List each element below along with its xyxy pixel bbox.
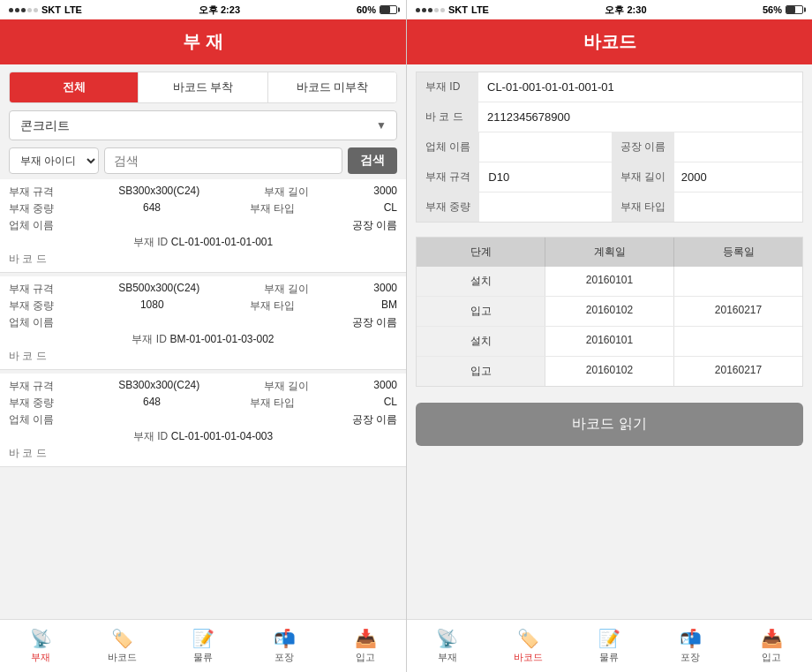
incoming-icon: 📥 — [355, 628, 377, 649]
tab-barcode-attached[interactable]: 바코드 부착 — [139, 72, 267, 102]
stage-cell-0-plan: 20160101 — [545, 267, 674, 296]
part-detail: 부재 ID CL-01-001-01-01-001-01 바 코 드 21123… — [416, 72, 803, 223]
app-title-left: 부 재 — [183, 32, 223, 51]
company-label-3: 업체 이름 — [9, 412, 54, 427]
id-label-2: 부재 ID — [132, 333, 166, 345]
id-value-detail: CL-01-001-01-01-001-01 — [478, 72, 802, 102]
carrier-right: SKT — [448, 4, 468, 15]
search-type-select[interactable]: 부재 아이디 — [9, 147, 99, 174]
barcode-icon: 🏷️ — [111, 628, 133, 649]
stage-col-reg: 등록일 — [674, 238, 802, 267]
stage-row-2: 설치 20160101 — [417, 327, 802, 357]
company-label-2: 업체 이름 — [9, 315, 54, 330]
status-right-left: 60% — [357, 4, 397, 15]
nav-incoming-right[interactable]: 📥 입고 — [731, 620, 812, 672]
barcode-label-3: 바 코 드 — [9, 447, 47, 459]
battery-icon-right — [786, 5, 803, 14]
category-dropdown[interactable]: 콘크리트 — [9, 110, 397, 140]
detail-company-row: 업체 이름 공장 이름 — [417, 132, 802, 162]
tab-all[interactable]: 전체 — [10, 72, 139, 102]
nav-packing-label: 포장 — [274, 651, 294, 664]
length-value-2: 3000 — [373, 282, 397, 297]
nav-packing[interactable]: 📬 포장 — [244, 620, 325, 672]
parts-icon-right: 📡 — [436, 628, 458, 649]
stage-cell-3-plan: 20160102 — [545, 357, 674, 386]
signal-icon-right — [416, 8, 445, 12]
nav-logistics-label-right: 물류 — [599, 651, 619, 664]
search-button[interactable]: 검색 — [348, 147, 397, 174]
type-label-3: 부재 타입 — [250, 396, 295, 411]
barcode-label-1: 바 코 드 — [9, 253, 47, 265]
weight-value-3: 648 — [143, 396, 161, 411]
nav-barcode-label-right: 바코드 — [514, 651, 543, 664]
detail-barcode-row: 바 코 드 2112345678900 — [417, 102, 802, 132]
spec-label-1: 부재 규격 — [9, 185, 54, 200]
type-label-detail: 부재 타입 — [612, 193, 674, 222]
detail-weight-row: 부재 중량 부재 타입 — [417, 193, 802, 222]
list-item[interactable]: 부재 규격 SB300x300(C24) 부재 길이 3000 부재 중량 64… — [0, 179, 406, 273]
barcode-label-detail: 바 코 드 — [417, 102, 478, 132]
weight-label-3: 부재 중량 — [9, 396, 54, 411]
incoming-icon-right: 📥 — [761, 628, 783, 649]
parts-icon: 📡 — [30, 628, 52, 649]
barcode-value-detail: 2112345678900 — [478, 102, 802, 132]
list-item[interactable]: 부재 규격 SB300x300(C24) 부재 길이 3000 부재 중량 64… — [0, 374, 406, 467]
weight-label-detail: 부재 중량 — [417, 193, 479, 222]
company-value-detail — [479, 132, 611, 162]
factory-value-detail — [674, 132, 802, 162]
type-label-1: 부재 타입 — [250, 201, 295, 216]
battery-icon-left — [380, 5, 397, 14]
spec-value-1: SB300x300(C24) — [118, 185, 199, 200]
nav-parts-right[interactable]: 📡 부재 — [407, 620, 488, 672]
status-left: SKT LTE — [9, 4, 82, 15]
list-item[interactable]: 부재 규격 SB500x300(C24) 부재 길이 3000 부재 중량 10… — [0, 276, 406, 370]
nav-packing-label-right: 포장 — [680, 651, 700, 664]
app-title-right: 바코드 — [583, 32, 636, 51]
id-label-1: 부재 ID — [133, 236, 168, 248]
network-right: LTE — [471, 4, 489, 15]
factory-label-3: 공장 이름 — [352, 412, 397, 427]
status-bar-right: SKT LTE 오후 2:30 56% — [407, 0, 812, 19]
company-label-1: 업체 이름 — [9, 218, 54, 233]
factory-label-2: 공장 이름 — [352, 315, 397, 330]
stage-row-3: 입고 20160102 20160217 — [417, 357, 802, 386]
stage-cell-0-stage: 설치 — [417, 267, 545, 296]
nav-logistics-label: 물류 — [193, 651, 213, 664]
length-label-detail: 부재 길이 — [612, 162, 674, 192]
battery-pct-right: 56% — [763, 4, 782, 15]
nav-parts-label-right: 부재 — [438, 651, 457, 664]
nav-barcode[interactable]: 🏷️ 바코드 — [81, 620, 162, 672]
type-value-1: CL — [384, 201, 397, 216]
barcode-read-button[interactable]: 바코드 읽기 — [416, 403, 803, 446]
bottom-nav-left: 📡 부재 🏷️ 바코드 📝 물류 📬 포장 📥 입고 — [0, 619, 406, 672]
nav-logistics-right[interactable]: 📝 물류 — [569, 620, 650, 672]
logistics-icon: 📝 — [192, 628, 214, 649]
search-input[interactable] — [104, 147, 342, 174]
barcode-label-2: 바 코 드 — [9, 350, 47, 362]
packing-icon: 📬 — [274, 628, 296, 649]
stage-cell-3-stage: 입고 — [417, 357, 545, 386]
nav-incoming[interactable]: 📥 입고 — [325, 620, 406, 672]
nav-barcode-right[interactable]: 🏷️ 바코드 — [488, 620, 569, 672]
nav-parts-label: 부재 — [31, 651, 50, 664]
logistics-icon-right: 📝 — [598, 628, 620, 649]
nav-logistics[interactable]: 📝 물류 — [162, 620, 244, 672]
tab-barcode-not-attached[interactable]: 바코드 미부착 — [268, 72, 396, 102]
right-phone: SKT LTE 오후 2:30 56% 바코드 부재 ID CL-01-001-… — [406, 0, 812, 672]
length-label-3: 부재 길이 — [264, 379, 309, 394]
status-bar-left: SKT LTE 오후 2:23 60% — [0, 0, 406, 19]
app-header-left: 부 재 — [0, 19, 406, 64]
length-label-2: 부재 길이 — [264, 282, 309, 297]
stage-col-stage: 단계 — [417, 238, 545, 267]
carrier-left: SKT — [41, 4, 61, 15]
length-value-detail: 2000 — [674, 162, 802, 192]
nav-packing-right[interactable]: 📬 포장 — [650, 620, 731, 672]
id-value-2: BM-01-001-01-03-002 — [169, 333, 274, 345]
stage-cell-2-plan: 20160101 — [545, 327, 674, 356]
type-value-3: CL — [384, 396, 397, 411]
category-dropdown-row: 콘크리트 ▼ — [9, 110, 397, 140]
signal-icon — [9, 8, 38, 12]
stage-cell-1-stage: 입고 — [417, 297, 545, 326]
status-right-right: 56% — [763, 4, 803, 15]
nav-parts[interactable]: 📡 부재 — [0, 620, 81, 672]
